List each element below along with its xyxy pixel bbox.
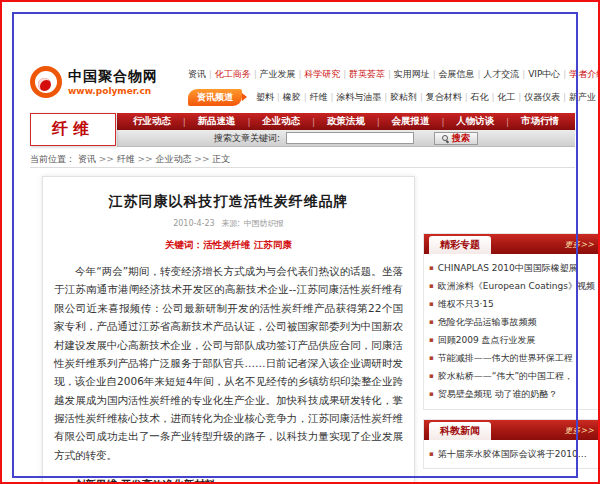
channel-separator: | <box>312 117 315 127</box>
nav-item-shiyong-wangzhi[interactable]: 实用网址 <box>385 69 430 79</box>
science-news-list: 第十届亲水胶体国际会议将于2010… <box>424 440 600 469</box>
channel-item-xinpin-sudi[interactable]: 新品速递 <box>198 115 236 128</box>
list-item[interactable]: 贸易壁垒频现 动了谁的奶酪？ <box>429 386 595 404</box>
breadcrumb-xianwei[interactable]: 纤维 <box>96 154 135 164</box>
article-source-label: 来源: <box>221 219 240 228</box>
channel-separator: | <box>247 117 250 127</box>
nav-item-shihua[interactable]: 石化 <box>462 92 489 102</box>
search-label: 搜索文章关键词: <box>214 132 280 145</box>
breadcrumb-zixun[interactable]: 资讯 <box>78 154 96 164</box>
nav-item-fuhe-cailiao[interactable]: 复合材料 <box>417 92 462 102</box>
nav-item-jiaonianji[interactable]: 胶粘剂 <box>381 92 417 102</box>
topics-list: CHINAPLAS 2010中国国际橡塑展 欧洲涂料《European Coat… <box>424 254 600 409</box>
science-news-title-tab[interactable]: 科教新闻 <box>429 422 491 440</box>
page-container: 中国聚合物网 www.polymer.cn 资讯化工商务产业发展科学研究群英荟萃… <box>30 60 575 484</box>
sidebar: 精彩专题 更多>> CHINAPLAS 2010中国国际橡塑展 欧洲涂料《Eur… <box>423 176 600 478</box>
topics-section: 精彩专题 更多>> CHINAPLAS 2010中国国际橡塑展 欧洲涂料《Eur… <box>423 233 600 410</box>
channel-item-zhengce-fagui[interactable]: 政策法规 <box>327 115 365 128</box>
top-nav-row2: 资讯频道 塑料橡胶纤维涂料与油墨胶粘剂复合材料石化化工仪器仪表新产业 返回首页 … <box>188 89 600 106</box>
keywords-value[interactable]: 活性炭纤维 江苏同康 <box>203 239 292 250</box>
list-item[interactable]: 胶水粘桥——“伟大”的中国工程， <box>429 368 595 386</box>
article-source: 中国纺织报 <box>244 219 284 228</box>
channel-item-hangye-dongtai[interactable]: 行业动态 <box>133 115 171 128</box>
channel-bar-area: 纤维 行业动态| 新品速递| 企业动态| 政策法规| 会展报道| 人物访谈| 市… <box>30 113 575 147</box>
nav-item-huizhan-xinxi[interactable]: 会展信息 <box>430 69 475 79</box>
article-box: 江苏同康以科技打造活性炭纤维品牌 2010-4-23 来源:中国纺织报 关键词：… <box>42 176 415 484</box>
article-search-bar: 搜索文章关键词: 搜索 <box>117 130 575 147</box>
logo-ring-icon <box>30 66 62 98</box>
channel-title-fiber[interactable]: 纤维 <box>30 113 116 146</box>
article-paragraph: 今年“两会”期间，转变经济增长方式成为与会代表们热议的话题。坐落于江苏南通市港闸… <box>54 262 403 464</box>
channel-separator: | <box>377 117 380 127</box>
topics-more-link[interactable]: 更多>> <box>565 239 594 250</box>
site-header: 中国聚合物网 www.polymer.cn 资讯化工商务产业发展科学研究群英荟萃… <box>30 60 575 106</box>
search-input[interactable] <box>286 132 414 144</box>
category-links: 塑料橡胶纤维涂料与油墨胶粘剂复合材料石化化工仪器仪表新产业 <box>256 91 596 104</box>
sidebar-spacer <box>423 176 600 233</box>
logo-title: 中国聚合物网 <box>68 68 158 86</box>
list-item[interactable]: 回顾2009 盘点行业发展 <box>429 332 595 350</box>
channel-separator: | <box>506 117 509 127</box>
article-keywords: 关键词：活性炭纤维 江苏同康 <box>54 239 403 252</box>
logo-text: 中国聚合物网 www.polymer.cn <box>68 68 158 96</box>
channel-item-huizhan-baodao[interactable]: 会展报道 <box>392 115 430 128</box>
top-navigation: 资讯化工商务产业发展科学研究群英荟萃实用网址会展信息人才交流VIP中心学者介绍论… <box>188 60 600 106</box>
science-news-section: 科教新闻 更多>> 第十届亲水胶体国际会议将于2010… <box>423 419 600 470</box>
nav-item-qunying-huicui[interactable]: 群英荟萃 <box>340 69 385 79</box>
article-title: 江苏同康以科技打造活性炭纤维品牌 <box>54 193 403 211</box>
nav-item-yiqi-yibiao[interactable]: 仪器仪表 <box>515 92 560 102</box>
topics-title-tab[interactable]: 精彩专题 <box>429 236 491 254</box>
nav-item-xiangjiao[interactable]: 橡胶 <box>274 92 301 102</box>
science-news-header-bar: 科教新闻 更多>> <box>424 420 600 440</box>
list-item[interactable]: 维权不只3·15 <box>429 296 595 314</box>
nav-item-vip-center[interactable]: VIP中心 <box>519 69 560 79</box>
topics-header-bar: 精彩专题 更多>> <box>424 234 600 254</box>
nav-item-xinchanye[interactable]: 新产业 <box>560 92 596 102</box>
nav-item-chanye-fazhan[interactable]: 产业发展 <box>251 69 296 79</box>
channel-menu: 行业动态| 新品速递| 企业动态| 政策法规| 会展报道| 人物访谈| 市场行情 <box>117 113 575 130</box>
breadcrumb-zhengwen: 正文 <box>192 154 231 164</box>
top-nav-row1: 资讯化工商务产业发展科学研究群英荟萃实用网址会展信息人才交流VIP中心学者介绍论… <box>188 68 600 81</box>
news-channel-badge[interactable]: 资讯频道 <box>188 89 242 106</box>
nav-item-huagong-shangwu[interactable]: 化工商务 <box>206 69 251 79</box>
main-content: 江苏同康以科技打造活性炭纤维品牌 2010-4-23 来源:中国纺织报 关键词：… <box>30 176 575 484</box>
breadcrumb: 当前位置： 资讯纤维企业动态正文 <box>30 150 575 168</box>
list-item[interactable]: CHINAPLAS 2010中国国际橡塑展 <box>429 260 595 278</box>
nav-item-xianwei[interactable]: 纤维 <box>301 92 328 102</box>
search-button[interactable]: 搜索 <box>434 132 478 145</box>
keywords-label: 关键词： <box>165 239 203 250</box>
channel-separator: | <box>183 117 186 127</box>
magnifier-icon <box>442 135 449 142</box>
article-date: 2010-4-23 <box>173 219 214 228</box>
article-meta: 2010-4-23 来源:中国纺织报 <box>54 218 403 229</box>
nav-item-rencai-jiaoliu[interactable]: 人才交流 <box>475 69 520 79</box>
list-item[interactable]: 危险化学品运输事故频频 <box>429 314 595 332</box>
nav-item-tuliao-youmo[interactable]: 涂料与油墨 <box>328 92 382 102</box>
logo-url: www.polymer.cn <box>68 86 158 96</box>
nav-item-suliao[interactable]: 塑料 <box>256 92 274 102</box>
channel-item-renwu-fangtan[interactable]: 人物访谈 <box>456 115 494 128</box>
nav-item-zixun[interactable]: 资讯 <box>188 69 206 79</box>
list-item[interactable]: 节能减排——伟大的世界环保工程 <box>429 350 595 368</box>
breadcrumb-label: 当前位置： <box>30 154 75 164</box>
list-item[interactable]: 欧洲涂料《European Coatings》视频 <box>429 278 595 296</box>
site-logo[interactable]: 中国聚合物网 www.polymer.cn <box>30 60 188 98</box>
breadcrumb-qiye-dongtai[interactable]: 企业动态 <box>135 154 192 164</box>
nav-item-huagong[interactable]: 化工 <box>489 92 516 102</box>
list-item[interactable]: 第十届亲水胶体国际会议将于2010… <box>429 446 595 464</box>
search-button-label: 搜索 <box>452 132 470 145</box>
science-news-more-link[interactable]: 更多>> <box>565 425 594 436</box>
channel-item-shichang-hangqing[interactable]: 市场行情 <box>521 115 559 128</box>
nav-item-xuezhe-jieshao[interactable]: 学者介绍 <box>560 69 600 79</box>
nav-item-kexue-yanjiu[interactable]: 科学研究 <box>296 69 341 79</box>
channel-item-qiye-dongtai[interactable]: 企业动态 <box>262 115 300 128</box>
channel-separator: | <box>441 117 444 127</box>
article-subheading: 创新思维 开发高效净化新材料 <box>54 478 403 484</box>
